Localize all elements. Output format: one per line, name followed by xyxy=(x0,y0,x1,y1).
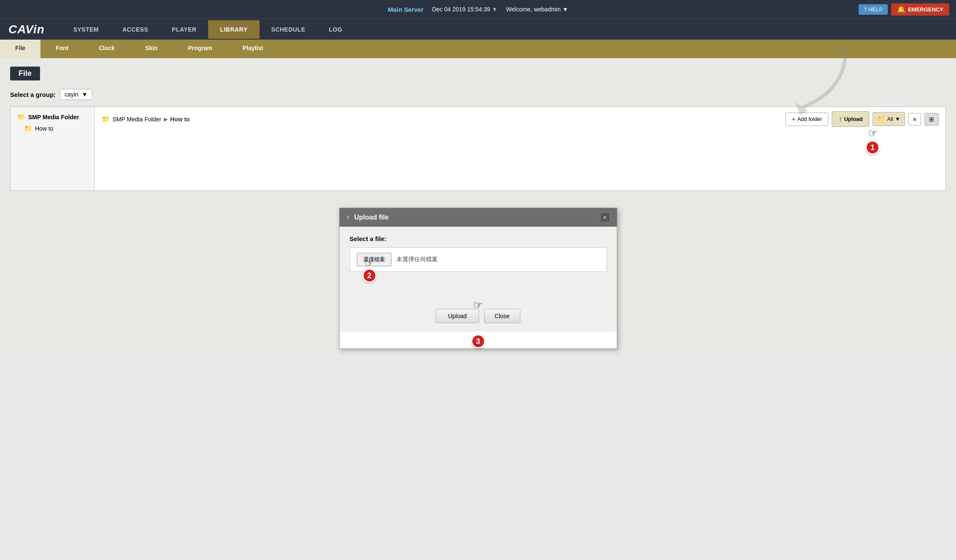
breadcrumb-current: How to xyxy=(170,116,190,123)
modal-header: ↑ Upload file × xyxy=(340,208,617,227)
modal-footer: Upload Close ☞ xyxy=(340,304,617,332)
folder-child-howto[interactable]: 📁 How to xyxy=(15,123,90,134)
folder-root[interactable]: 📁 SMP Media Folder xyxy=(15,111,90,123)
upload-title-icon: ↑ xyxy=(346,213,350,222)
no-file-selected-label: 未選擇任何檔案 xyxy=(396,256,438,263)
group-dropdown-arrow: ▼ xyxy=(82,91,88,98)
file-area: 📁 SMP Media Folder ▶ How to + Add folder… xyxy=(95,107,945,190)
nav-item-log[interactable]: LOG xyxy=(317,20,354,39)
add-folder-button[interactable]: + Add folder xyxy=(785,113,829,126)
modal-title: ↑ Upload file xyxy=(346,213,389,222)
question-icon: ? xyxy=(864,6,867,13)
server-name: Main Server xyxy=(388,6,423,13)
breadcrumb: 📁 SMP Media Folder ▶ How to xyxy=(102,115,190,123)
step3-badge: 3 xyxy=(471,334,485,348)
folder-root-icon: 📁 xyxy=(17,113,26,121)
datetime-dropdown-icon[interactable]: ▼ xyxy=(492,6,498,13)
top-bar-actions: ? HELP 🔔 EMERGENCY xyxy=(859,3,949,16)
file-input-row: 選擇檔案 未選擇任何檔案 xyxy=(350,247,607,272)
select-group-label: Select a group: xyxy=(10,91,56,98)
cursor-hand-3: ☞ xyxy=(473,300,483,311)
folder-tree: 📁 SMP Media Folder 📁 How to xyxy=(11,107,95,190)
step3-indicator: ☞ xyxy=(473,300,483,311)
all-dropdown-arrow: ▼ xyxy=(895,116,900,122)
modal-upload-button[interactable]: Upload xyxy=(436,309,479,323)
nav-item-library[interactable]: LIBRARY xyxy=(208,20,259,39)
datetime-display: Dec 04 2019 15:54:39 ▼ xyxy=(432,6,498,13)
nav-item-player[interactable]: PLAYER xyxy=(160,20,209,39)
welcome-message: Welcome, webadmin ▼ xyxy=(506,6,568,13)
modal-body: Select a file: 選擇檔案 未選擇任何檔案 ☞ 2 xyxy=(340,227,617,304)
top-bar-center: Main Server Dec 04 2019 15:54:39 ▼ Welco… xyxy=(7,6,949,13)
file-content-area: ☞ 1 xyxy=(102,132,939,166)
modal-overlay: ↑ Upload file × Select a file: 選擇檔案 未選擇任… xyxy=(10,208,946,349)
page-content: File Select a group: cayin ▼ 📁 SMP Media… xyxy=(0,58,956,357)
folder-root-label: SMP Media Folder xyxy=(28,114,79,121)
grid-view-button[interactable]: ⊞ xyxy=(924,113,939,126)
sub-nav: File Font Clock Skin Program Playlist xyxy=(0,40,956,58)
breadcrumb-root: SMP Media Folder xyxy=(112,116,161,123)
welcome-dropdown-icon[interactable]: ▼ xyxy=(562,6,568,13)
modal-close-button[interactable]: × xyxy=(600,212,610,222)
top-bar: Main Server Dec 04 2019 15:54:39 ▼ Welco… xyxy=(0,0,956,19)
tab-program[interactable]: Program xyxy=(173,40,228,58)
tab-font[interactable]: Font xyxy=(40,40,83,58)
folder-child-label: How to xyxy=(35,125,54,132)
tab-skin[interactable]: Skin xyxy=(130,40,173,58)
step2-area: ☞ 2 xyxy=(350,279,607,295)
folder-child-icon: 📁 xyxy=(24,124,32,132)
list-view-button[interactable]: ≡ xyxy=(908,113,921,126)
tab-clock[interactable]: Clock xyxy=(83,40,130,58)
nav-items: SYSTEM ACCESS PLAYER LIBRARY SCHEDULE LO… xyxy=(62,20,354,39)
tab-playlist[interactable]: Playlist xyxy=(228,40,278,58)
bell-icon: 🔔 xyxy=(897,5,905,13)
step1-indicator: ☞ 1 xyxy=(865,128,880,155)
group-dropdown[interactable]: cayin ▼ xyxy=(60,89,92,100)
all-dropdown-button[interactable]: 📁 All ▼ xyxy=(873,112,905,126)
step2-badge: 2 xyxy=(362,268,377,283)
page-title: File xyxy=(10,67,40,80)
folder-filter-icon: 📁 xyxy=(877,115,886,123)
nav-item-system[interactable]: SYSTEM xyxy=(62,20,111,39)
help-button[interactable]: ? HELP xyxy=(859,4,888,15)
file-area-actions: + Add folder ↑ Upload 📁 All ▼ ≡ ⊞ xyxy=(785,111,939,127)
select-group-row: Select a group: cayin ▼ xyxy=(10,89,946,100)
upload-button[interactable]: ↑ Upload xyxy=(832,111,869,127)
cursor-hand-2: ☞ xyxy=(364,257,374,268)
main-nav: CAVin SYSTEM ACCESS PLAYER LIBRARY SCHED… xyxy=(0,19,956,40)
plus-icon: + xyxy=(792,115,795,123)
step2-indicator: ☞ 2 xyxy=(362,257,377,283)
logo: CAVin xyxy=(8,23,45,36)
upload-modal: ↑ Upload file × Select a file: 選擇檔案 未選擇任… xyxy=(339,208,617,349)
nav-item-access[interactable]: ACCESS xyxy=(110,20,160,39)
nav-item-schedule[interactable]: SCHEDULE xyxy=(260,20,317,39)
dialog-area: ↑ Upload file × Select a file: 選擇檔案 未選擇任… xyxy=(10,208,946,349)
file-browser: 📁 SMP Media Folder 📁 How to 📁 SMP Media … xyxy=(10,107,946,191)
emergency-button[interactable]: 🔔 EMERGENCY xyxy=(891,3,949,16)
cursor-hand-1: ☞ xyxy=(868,128,878,139)
select-file-label: Select a file: xyxy=(350,235,607,242)
breadcrumb-separator: ▶ xyxy=(164,116,168,122)
step1-badge: 1 xyxy=(865,140,880,155)
tab-file[interactable]: File xyxy=(0,40,40,58)
modal-close-dialog-button[interactable]: Close xyxy=(484,309,520,323)
file-area-header: 📁 SMP Media Folder ▶ How to + Add folder… xyxy=(102,111,939,127)
step3-badge-area: 3 xyxy=(340,332,617,348)
group-value: cayin xyxy=(64,91,78,98)
breadcrumb-root-icon: 📁 xyxy=(102,115,110,123)
upload-arrow-icon: ↑ xyxy=(838,114,842,124)
